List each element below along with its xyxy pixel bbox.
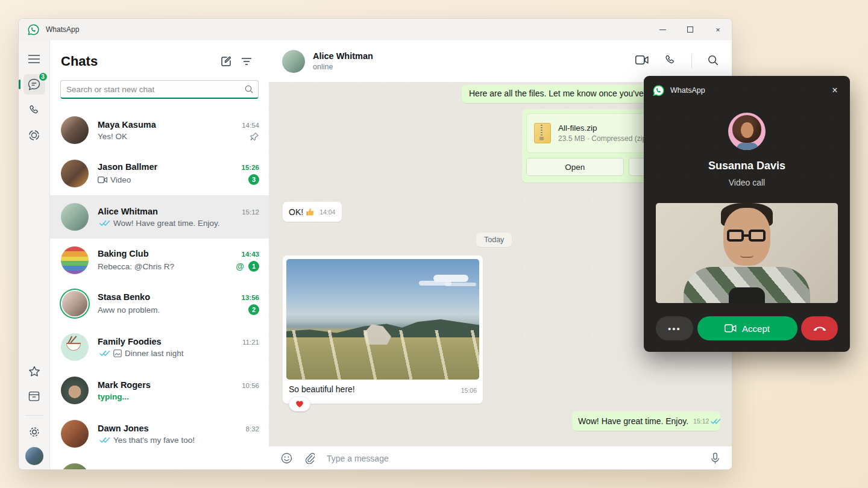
whatsapp-logo-icon <box>27 23 40 36</box>
nav-calls[interactable] <box>24 99 45 120</box>
photo-icon <box>113 349 122 357</box>
message-text: OK! <box>289 207 303 217</box>
chat-time: 8:32 <box>246 425 259 433</box>
chat-row-baking-club[interactable]: Baking Club 14:43 Rebecca: @Chris R? @1 <box>50 239 269 282</box>
message-photo[interactable]: So beautiful here! 15:06 <box>283 255 483 404</box>
message-text: Wow! Have great time. Enjoy. <box>578 416 688 426</box>
whatsapp-window: WhatsApp × 3 <box>18 18 732 470</box>
incoming-call-popup: WhatsApp × Susanna Davis Video call ••• … <box>644 76 850 352</box>
chat-row-mark[interactable]: Mark Rogers 10:56 typing... <box>50 369 269 412</box>
video-camera-icon <box>725 324 737 333</box>
caller-video-preview <box>656 203 838 303</box>
menu-button[interactable] <box>24 49 45 69</box>
mention-indicator: @ <box>236 261 244 271</box>
avatar <box>61 203 89 231</box>
read-ticks-icon <box>99 350 110 357</box>
nav-status[interactable] <box>24 125 45 145</box>
chat-name: Stasa Benko <box>98 292 237 302</box>
chat-preview: Dinner last night <box>125 349 184 358</box>
chat-row-jason[interactable]: Jason Ballmer 15:26 Video 3 <box>50 152 269 195</box>
chat-row-maya[interactable]: Maya Kasuma 14:54 Yes! OK <box>50 108 269 152</box>
desktop: WhatsApp × 3 <box>0 0 868 488</box>
message-input[interactable] <box>327 454 699 463</box>
chat-row-alice[interactable]: Alice Whitman 15:12 Wow! Have great time… <box>50 195 269 239</box>
call-type-label: Video call <box>644 178 850 187</box>
chat-row-stasa[interactable]: Stasa Benko 13:56 Aww no problem. 2 <box>50 282 269 325</box>
chat-name: Mark Rogers <box>98 380 237 390</box>
file-name: All-files.zip <box>558 124 650 133</box>
emoji-button[interactable] <box>281 452 292 464</box>
landscape-photo[interactable] <box>286 259 479 380</box>
titlebar: WhatsApp × <box>19 19 732 40</box>
search-in-chat-button[interactable] <box>708 55 719 68</box>
chat-time: 10:56 <box>242 382 259 389</box>
file-meta: 23.5 MB · Compressed (zipp <box>558 134 650 143</box>
close-popup-button[interactable]: × <box>827 83 843 98</box>
chat-row-family-foodies[interactable]: Family Foodies 11:21 Dinner last night <box>50 325 269 369</box>
avatar <box>61 116 89 144</box>
caller-name: Susanna Davis <box>644 160 850 172</box>
message-outgoing-wow[interactable]: Wow! Have great time. Enjoy. 15:12 <box>572 411 720 431</box>
chat-time: 15:26 <box>242 164 259 171</box>
chat-preview: Wow! Have great time. Enjoy. <box>113 219 220 228</box>
search-icon <box>245 85 253 96</box>
chat-name: Alice Whitman <box>98 207 237 216</box>
nav-chats[interactable]: 3 <box>24 74 45 95</box>
read-ticks-icon <box>711 418 721 425</box>
message-input-bar <box>269 446 732 470</box>
new-chat-button[interactable] <box>216 52 236 70</box>
photo-caption: So beautiful here! <box>289 384 456 394</box>
message-time: 14:04 <box>319 208 335 216</box>
contact-name[interactable]: Alice Whitman <box>313 51 373 61</box>
message-text: Here are all the files. Let me know once… <box>469 89 655 98</box>
minimize-button[interactable] <box>649 19 676 40</box>
nav-settings[interactable] <box>24 422 45 442</box>
chat-time: 13:56 <box>242 294 259 301</box>
contact-status: online <box>313 63 373 71</box>
accept-call-button[interactable]: Accept <box>697 316 797 340</box>
active-indicator <box>19 80 20 89</box>
typing-indicator: typing... <box>98 392 259 401</box>
maximize-button[interactable] <box>676 19 704 40</box>
chat-name: Jason Ballmer <box>98 162 237 172</box>
chat-list-panel: Chats <box>50 40 269 470</box>
video-call-button[interactable] <box>635 55 649 67</box>
popup-app-title: WhatsApp <box>670 86 827 95</box>
message-time: 15:06 <box>461 387 477 394</box>
search-input[interactable] <box>60 80 259 99</box>
chat-name: Baking Club <box>98 249 237 258</box>
attach-button[interactable] <box>304 452 315 464</box>
nav-favorites[interactable] <box>24 361 45 381</box>
unread-badge: 3 <box>248 174 259 185</box>
profile-avatar[interactable] <box>25 447 43 465</box>
file-open-button[interactable]: Open <box>526 158 624 176</box>
chat-preview: Rebecca: @Chris R? <box>98 262 231 271</box>
mic-button[interactable] <box>711 452 720 465</box>
contact-avatar[interactable] <box>282 50 305 73</box>
panel-title: Chats <box>61 54 216 69</box>
avatar-with-status-ring <box>62 291 87 316</box>
header-divider <box>691 55 692 68</box>
chat-name: Dawn Jones <box>98 424 241 433</box>
chat-name: Family Foodies <box>98 337 237 346</box>
filter-chats-button[interactable] <box>236 52 257 70</box>
chat-preview: Aww no problem. <box>98 305 244 314</box>
heart-reaction[interactable] <box>289 396 310 411</box>
decline-call-button[interactable] <box>801 316 838 340</box>
chat-time: 14:43 <box>242 251 259 258</box>
window-title: WhatsApp <box>46 25 79 34</box>
nav-archive[interactable] <box>24 386 45 407</box>
chat-preview: Video <box>110 175 131 184</box>
nav-rail: 3 <box>19 40 50 470</box>
call-more-options-button[interactable]: ••• <box>656 316 693 340</box>
close-button[interactable]: × <box>704 19 732 40</box>
rail-divider <box>25 415 43 416</box>
caller-avatar <box>728 113 766 150</box>
chat-row-ziggy[interactable]: Ziggy Woodley 9:12 <box>50 455 269 470</box>
date-divider: Today <box>476 233 512 247</box>
voice-call-button[interactable] <box>664 54 676 68</box>
message-incoming-ok[interactable]: OK! 14:04 <box>283 202 342 222</box>
chat-row-dawn[interactable]: Dawn Jones 8:32 Yes that's my fave too! <box>50 412 269 455</box>
chat-time: 11:21 <box>242 339 259 346</box>
avatar <box>61 333 89 361</box>
